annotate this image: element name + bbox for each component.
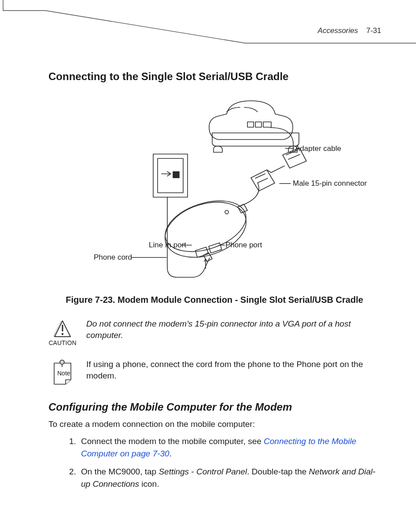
note-text: If using a phone, connect the cord from … bbox=[86, 359, 380, 381]
svg-point-12 bbox=[60, 360, 64, 364]
caution-text: Do not connect the modem's 15-pin connec… bbox=[86, 318, 380, 341]
lead-text: To create a modem connection on the mobi… bbox=[48, 419, 380, 429]
svg-point-11 bbox=[62, 333, 63, 335]
label-adapter-cable: Adapter cable bbox=[295, 144, 341, 153]
svg-point-5 bbox=[225, 210, 228, 214]
running-header: Accessories 7-31 bbox=[318, 26, 381, 35]
wall-jack-icon bbox=[153, 154, 188, 197]
ui-settings: Settings bbox=[158, 467, 189, 476]
running-header-page: 7-31 bbox=[366, 26, 381, 35]
label-phone-cord: Phone cord bbox=[94, 253, 132, 262]
caution-icon bbox=[50, 318, 75, 338]
label-line-in-port: Line In port bbox=[149, 241, 186, 250]
running-header-section: Accessories bbox=[318, 26, 358, 35]
svg-point-3 bbox=[158, 192, 254, 267]
figure-caption: Figure 7-23. Modem Module Connection - S… bbox=[48, 295, 380, 305]
cradle-icon bbox=[209, 101, 299, 152]
modem-icon bbox=[158, 183, 259, 267]
step-2: On the MC9000, tap Settings - Control Pa… bbox=[78, 466, 380, 490]
svg-rect-8 bbox=[153, 154, 188, 197]
label-male-15pin: Male 15-pin connector bbox=[293, 179, 367, 188]
ui-control-panel: Control Panel bbox=[196, 467, 247, 476]
svg-point-4 bbox=[159, 191, 253, 261]
caution-block: CAUTION Do not connect the modem's 15-pi… bbox=[48, 318, 380, 346]
svg-rect-1 bbox=[255, 122, 262, 127]
svg-rect-10 bbox=[173, 172, 179, 178]
section-heading-cradle: Connecting to the Single Slot Serial/USB… bbox=[48, 70, 380, 83]
figure-modem-connection: Adapter cable Male 15-pin connector Phon… bbox=[48, 89, 380, 287]
steps-list: Connect the modem to the mobile computer… bbox=[65, 435, 380, 490]
note-icon-label: Note bbox=[57, 370, 70, 377]
step-1: Connect the modem to the mobile computer… bbox=[78, 435, 380, 459]
label-phone-port: Phone port bbox=[225, 241, 262, 250]
caution-label: CAUTION bbox=[49, 339, 77, 346]
section-heading-configure: Configuring the Mobile Computer for the … bbox=[48, 401, 380, 413]
svg-rect-0 bbox=[247, 122, 254, 127]
svg-rect-2 bbox=[263, 122, 271, 127]
note-block: Note If using a phone, connect the cord … bbox=[48, 359, 380, 386]
note-icon: Note bbox=[49, 359, 76, 386]
